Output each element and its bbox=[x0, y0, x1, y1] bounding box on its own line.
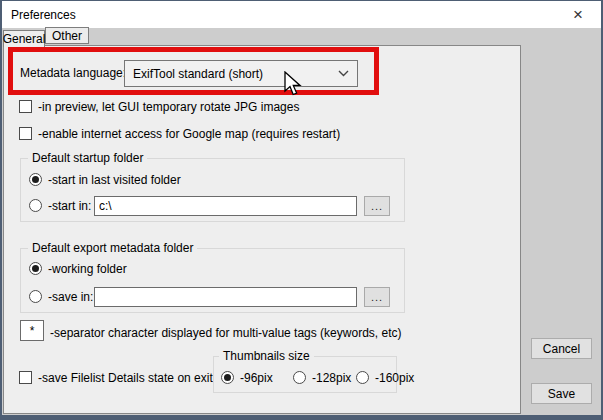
export-folder-group: Default export metadata folder -working … bbox=[20, 248, 405, 313]
close-icon: × bbox=[573, 5, 583, 25]
save-filelist-label: -save Filelist Details state on exit bbox=[38, 371, 213, 385]
metadata-language-label: Metadata language: bbox=[20, 66, 126, 80]
working-folder-radio[interactable]: -working folder bbox=[29, 261, 127, 276]
cancel-button[interactable]: Cancel bbox=[531, 338, 592, 359]
thumb-128pix-label: -128pix bbox=[312, 371, 351, 385]
metadata-language-value: ExifTool standard (short) bbox=[133, 67, 263, 81]
radio-dot bbox=[356, 371, 369, 384]
thumb-160pix-radio[interactable]: -160pix bbox=[356, 370, 414, 385]
radio-dot bbox=[221, 371, 234, 384]
tab-other-label: Other bbox=[52, 29, 82, 43]
save-in-label: -save in: bbox=[48, 290, 93, 304]
checkbox-box bbox=[19, 371, 32, 384]
close-button[interactable]: × bbox=[563, 3, 593, 26]
startup-browse-button[interactable]: ... bbox=[364, 196, 390, 216]
internet-access-checkbox[interactable]: -enable internet access for Google map (… bbox=[19, 126, 340, 141]
save-button[interactable]: Save bbox=[531, 383, 592, 404]
start-in-label: -start in: bbox=[48, 199, 91, 213]
save-in-input[interactable] bbox=[94, 287, 357, 307]
thumb-160pix-label: -160pix bbox=[375, 371, 414, 385]
rotate-jpg-checkbox[interactable]: -in preview, let GUI temporary rotate JP… bbox=[19, 99, 299, 114]
preferences-dialog: Preferences × Other General Metadata lan… bbox=[0, 0, 603, 420]
startup-folder-group-title: Default startup folder bbox=[28, 151, 147, 165]
radio-dot bbox=[293, 371, 306, 384]
save-filelist-checkbox[interactable]: -save Filelist Details state on exit bbox=[19, 370, 213, 385]
start-in-input[interactable] bbox=[94, 196, 357, 216]
separator-char-input[interactable] bbox=[20, 320, 44, 341]
radio-dot bbox=[29, 290, 42, 303]
startup-folder-group: Default startup folder -start in last vi… bbox=[20, 158, 405, 222]
thumb-96pix-label: -96pix bbox=[240, 371, 273, 385]
separator-char-label: -separator character displayed for multi… bbox=[50, 326, 401, 340]
start-in-radio[interactable]: -start in: bbox=[29, 198, 91, 213]
export-browse-button[interactable]: ... bbox=[364, 287, 390, 307]
thumb-128pix-radio[interactable]: -128pix bbox=[293, 370, 351, 385]
title-bar[interactable]: Preferences × bbox=[2, 1, 601, 28]
metadata-language-select[interactable]: ExifTool standard (short) bbox=[124, 60, 358, 87]
radio-dot bbox=[29, 173, 42, 186]
radio-dot bbox=[29, 262, 42, 275]
checkbox-box bbox=[19, 127, 32, 140]
save-in-radio[interactable]: -save in: bbox=[29, 289, 93, 304]
tab-general[interactable]: General bbox=[3, 30, 45, 47]
cursor-icon bbox=[283, 71, 303, 99]
tab-general-label: General bbox=[3, 32, 46, 46]
chevron-down-icon bbox=[338, 70, 349, 77]
thumb-96pix-radio[interactable]: -96pix bbox=[221, 370, 273, 385]
internet-access-label: -enable internet access for Google map (… bbox=[38, 127, 340, 141]
working-folder-label: -working folder bbox=[48, 262, 127, 276]
tab-other[interactable]: Other bbox=[45, 27, 89, 44]
checkbox-box bbox=[19, 100, 32, 113]
start-last-visited-radio[interactable]: -start in last visited folder bbox=[29, 172, 181, 187]
dialog-title: Preferences bbox=[11, 8, 76, 22]
rotate-jpg-label: -in preview, let GUI temporary rotate JP… bbox=[38, 100, 299, 114]
export-folder-group-title: Default export metadata folder bbox=[28, 241, 197, 255]
thumbnails-size-group: Thumbnails size -96pix -128pix -160pix bbox=[213, 356, 397, 393]
radio-dot bbox=[29, 199, 42, 212]
thumbnails-size-group-title: Thumbnails size bbox=[219, 349, 314, 363]
start-last-visited-label: -start in last visited folder bbox=[48, 173, 181, 187]
